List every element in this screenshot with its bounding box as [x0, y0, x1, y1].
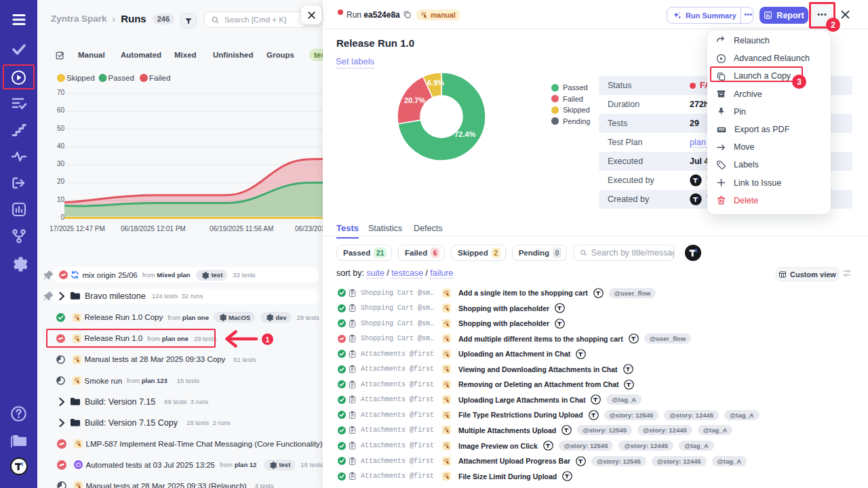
svg-text:06/19/2025 11:56 AM: 06/19/2025 11:56 AM [210, 225, 273, 232]
svg-text:40: 40 [57, 142, 65, 150]
svg-text:Skipped: Skipped [66, 74, 95, 82]
svg-text:20.7%: 20.7% [404, 96, 425, 104]
svg-text:72.4%: 72.4% [454, 130, 475, 138]
svg-text:Failed: Failed [149, 74, 170, 82]
svg-text:6.9%: 6.9% [427, 79, 444, 87]
svg-text:06/18/2025 12:01 PM: 06/18/2025 12:01 PM [121, 225, 186, 232]
svg-text:PDF: PDF [719, 128, 725, 131]
svg-text:06/23/202: 06/23/202 [295, 225, 323, 232]
svg-text:0: 0 [60, 214, 64, 221]
svg-text:20: 20 [57, 178, 65, 185]
svg-text:30: 30 [57, 160, 65, 167]
svg-text:60: 60 [57, 106, 65, 114]
svg-text:50: 50 [57, 125, 65, 132]
svg-text:Passed: Passed [108, 74, 134, 82]
svg-text:17/2025 12:47 PM: 17/2025 12:47 PM [50, 225, 105, 232]
svg-text:70: 70 [57, 89, 65, 96]
svg-text:10: 10 [57, 196, 65, 203]
